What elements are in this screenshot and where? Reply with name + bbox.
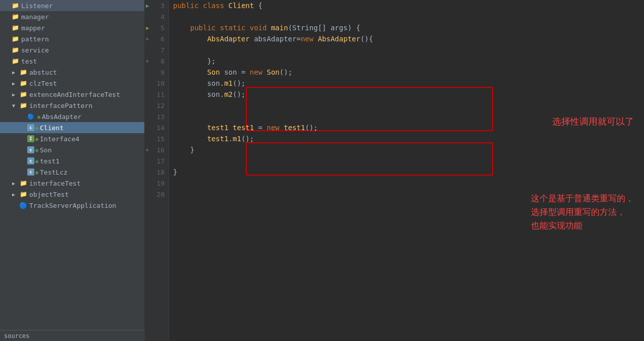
line-number-8: ⊖8 — [145, 55, 169, 67]
file-icon: c — [27, 157, 34, 164]
run-arrow[interactable]: ▶ — [146, 3, 149, 9]
folder-icon: 📁 — [19, 69, 27, 76]
sidebar-item-label: test1 — [40, 157, 60, 165]
folder-icon: 📁 — [19, 191, 27, 198]
line-number-6: ⊖6 — [145, 33, 169, 44]
sidebar-item-label: interfacePattern — [29, 102, 92, 109]
code-line-5: public static void main(String[] args) { — [173, 22, 640, 33]
fold-icon[interactable]: ⊖ — [146, 59, 148, 64]
file-sub-icon: ◉ — [35, 169, 38, 175]
line-num-text: 16 — [156, 146, 165, 154]
line-num-text: 14 — [156, 124, 165, 132]
code-text: Son son = new Son(); — [173, 68, 292, 76]
code-line-20 — [173, 189, 640, 200]
line-number-16: ⊖16 — [145, 144, 169, 155]
file-icon: c — [27, 146, 34, 153]
code-text: AbsAdapter absAdapter=new AbsAdapter(){ — [173, 35, 373, 43]
sidebar-item-manager[interactable]: 📁manager — [0, 11, 144, 22]
run-arrow[interactable]: ▶ — [146, 25, 149, 31]
code-text: public static void main(String[] args) { — [173, 24, 360, 32]
sidebar-item-absadapter[interactable]: 🔵◉AbsAdapter — [0, 111, 144, 122]
line-num-text: 4 — [160, 13, 165, 21]
code-text: son.m1(); — [173, 79, 245, 87]
folder-icon: 📁 — [11, 2, 19, 9]
line-number-15: 15 — [145, 133, 169, 144]
sidebar-item-testlcz[interactable]: c◉TestLcz — [0, 166, 144, 178]
sidebar-item-mapper[interactable]: 📁mapper — [0, 22, 144, 33]
line-num-text: 11 — [156, 91, 165, 98]
sidebar-item-trackserverapplication[interactable]: 🔵TrackServerApplication — [0, 200, 144, 211]
code-line-19 — [173, 178, 640, 189]
code-text: }; — [173, 57, 216, 65]
line-number-19: 19 — [145, 178, 169, 189]
code-line-14: test1 test1 = new test1(); — [173, 122, 640, 133]
file-sub-icon: ◉ — [35, 158, 38, 164]
sidebar-item-label: service — [21, 46, 49, 54]
code-content[interactable]: 选择性调用就可以了 这个是基于普通类重写的， 选择型调用重写的方法， 也能实现功… — [169, 0, 644, 341]
file-sub-icon: ◉ — [35, 136, 38, 142]
line-number-18: 18 — [145, 166, 169, 178]
folder-icon: 📁 — [19, 102, 27, 109]
line-num-text: 7 — [160, 46, 165, 54]
file-sub-icon: ◉ — [35, 125, 38, 131]
line-num-text: 13 — [156, 113, 165, 121]
file-icon: c — [27, 168, 34, 176]
sidebar-item-listener[interactable]: 📁Listener — [0, 0, 144, 11]
file-sub-icon: ◉ — [35, 147, 38, 153]
sources-bar: sources — [0, 330, 145, 341]
line-num-text: 15 — [156, 135, 165, 143]
folder-icon: 📁 — [19, 180, 27, 187]
line-number-3: ▶3 — [145, 0, 169, 11]
sidebar-item-clztest[interactable]: ▶📁clzTest — [0, 78, 144, 89]
code-text: test1.m1(); — [173, 135, 254, 143]
sidebar-item-pattern[interactable]: 📁pattern — [0, 33, 144, 44]
line-number-12: 12 — [145, 100, 169, 111]
folder-icon: 📁 — [11, 35, 19, 42]
sidebar-item-abstuct[interactable]: ▶📁abstuct — [0, 67, 144, 78]
sidebar-item-objecttest[interactable]: ▶📁objectTest — [0, 189, 144, 200]
sidebar-item-label: abstuct — [29, 69, 57, 76]
tree-arrow: ▶ — [12, 70, 18, 75]
sidebar-item-label: TestLcz — [40, 168, 68, 176]
tree-arrow: ▶ — [12, 92, 18, 97]
sidebar-item-label: test — [21, 58, 37, 65]
sidebar-item-interfacetest[interactable]: ▶📁interfaceTest — [0, 178, 144, 189]
tree-arrow: ▶ — [12, 192, 18, 197]
sidebar-item-interface4[interactable]: I◉Interface4 — [0, 133, 144, 144]
sidebar-item-label: clzTest — [29, 80, 57, 87]
sidebar-item-label: Client — [40, 124, 64, 132]
sidebar-item-service[interactable]: 📁service — [0, 44, 144, 55]
tree-arrow: ▶ — [12, 181, 18, 186]
folder-icon: 📁 — [11, 13, 19, 20]
sidebar-item-client[interactable]: c◉Client — [0, 122, 144, 133]
line-num-text: 10 — [156, 80, 165, 87]
sidebar-item-test[interactable]: 📁test — [0, 55, 144, 67]
line-num-text: 12 — [156, 102, 165, 109]
fold-icon[interactable]: ⊖ — [146, 147, 148, 152]
code-text: test1 test1 = new test1(); — [173, 124, 318, 132]
sidebar-item-interfacepattern[interactable]: ▼📁interfacePattern — [0, 100, 144, 111]
sidebar-item-label: TrackServerApplication — [29, 202, 116, 209]
line-number-9: 9 — [145, 67, 169, 78]
file-sub-icon: ◉ — [37, 114, 40, 120]
line-number-20: 20 — [145, 189, 169, 200]
tree-arrow: ▶ — [12, 81, 18, 86]
code-area: ▶34▶5⊖67⊖89101112131415⊖1617181920 选择性调用… — [145, 0, 644, 341]
sidebar-item-label: interfaceTest — [29, 180, 81, 187]
folder-icon: 📁 — [11, 58, 19, 65]
sidebar-item-label: pattern — [21, 35, 49, 43]
sidebar-item-son[interactable]: c◉Son — [0, 144, 144, 155]
sidebar-item-label: manager — [21, 13, 49, 21]
fold-icon[interactable]: ⊖ — [146, 36, 148, 41]
code-line-16: } — [173, 144, 640, 155]
line-number-17: 17 — [145, 155, 169, 166]
folder-icon: 📁 — [11, 46, 19, 53]
sidebar-item-label: mapper — [21, 24, 45, 32]
file-icon: 🔵 — [19, 202, 27, 209]
sidebar-item-test1[interactable]: c◉test1 — [0, 155, 144, 166]
line-num-text: 9 — [160, 69, 165, 76]
line-num-text: 3 — [160, 2, 165, 10]
code-line-3: public class Client { — [173, 0, 640, 11]
folder-icon: 📁 — [19, 80, 27, 87]
sidebar-item-extenceandinterfacetest[interactable]: ▶📁extenceAndInterfaceTest — [0, 89, 144, 100]
